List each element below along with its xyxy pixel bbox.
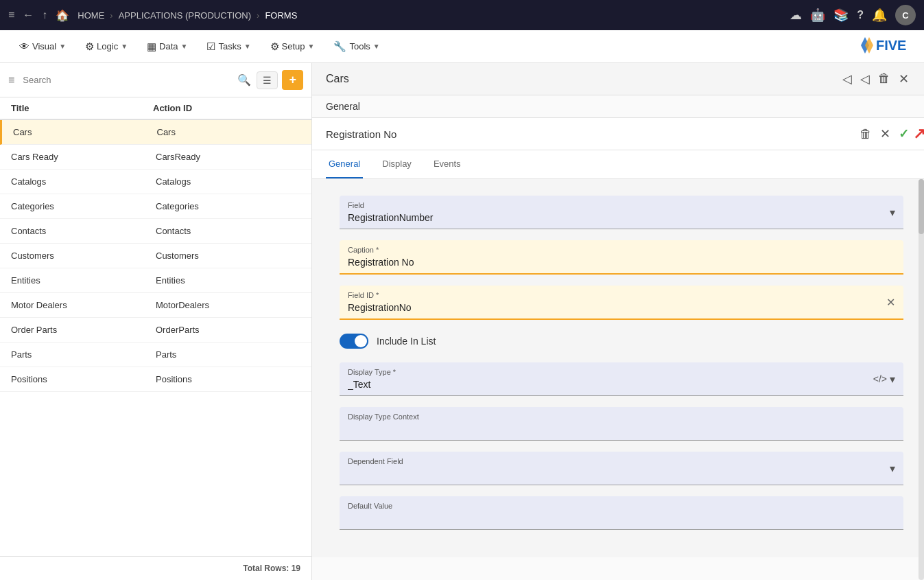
breadcrumb-app[interactable]: APPLICATIONS (PRODUCTION)	[119, 10, 251, 21]
table-row[interactable]: Parts Parts	[0, 343, 311, 367]
doc-button[interactable]: ☰	[257, 71, 278, 89]
field-value-input[interactable]	[348, 212, 468, 223]
visual-icon: 👁	[19, 40, 29, 52]
books-icon[interactable]: 📚	[833, 8, 849, 23]
display-type-value-input[interactable]	[348, 379, 468, 390]
field-display-type-context: Display Type Context	[340, 407, 903, 441]
table-row[interactable]: Entities Entities	[0, 268, 311, 293]
breadcrumb-home[interactable]: HOME	[78, 10, 104, 21]
sidebar: ≡ 🔍 ☰ + Title Action ID Cars Cars Cars R…	[0, 63, 312, 580]
dependent-field-label: Dependent Field	[348, 457, 890, 465]
nav-logic[interactable]: ⚙ Logic ▼	[77, 36, 136, 57]
nav-data[interactable]: ▦ Data ▼	[139, 36, 196, 57]
panel-forward-icon[interactable]: ◁	[859, 70, 871, 88]
display-type-context-value-input[interactable]	[348, 424, 468, 434]
display-type-dropdown-icon[interactable]: ▾	[890, 373, 895, 386]
default-value-label: Default Value	[348, 502, 895, 510]
up-icon[interactable]: ↑	[42, 9, 47, 21]
right-panel: Cars ◁ ◁ 🗑 ✕ Field General Registration …	[312, 63, 924, 580]
field-dropdown-icon[interactable]: ▾	[890, 206, 895, 219]
field-display-type: Display Type * </> ▾	[340, 362, 903, 396]
panel-scroll-wrap: Field ▾ Caption *	[312, 179, 924, 580]
include-in-list-label: Include In List	[377, 336, 436, 347]
row-action-id: MotorDealers	[156, 300, 300, 310]
nav-tasks[interactable]: ☑ Tasks ▼	[198, 36, 259, 57]
field-field-id: Field ID * ✕	[340, 286, 903, 320]
dependent-field-input-wrap: Dependent Field ▾	[340, 452, 903, 485]
row-title: Contacts	[11, 226, 156, 236]
robot-icon[interactable]: 🤖	[810, 8, 825, 23]
table-row[interactable]: Contacts Contacts	[0, 219, 311, 244]
add-button[interactable]: +	[282, 70, 303, 90]
top-nav-left: ≡ ← ↑ 🏠 HOME › APPLICATIONS (PRODUCTION)…	[8, 9, 779, 22]
panel-header-actions: ◁ ◁ 🗑 ✕	[841, 70, 910, 88]
row-action-id: OrderParts	[156, 325, 300, 335]
search-icon[interactable]: 🔍	[237, 73, 251, 86]
search-input[interactable]	[20, 72, 232, 88]
dependent-field-dropdown-icon[interactable]: ▾	[890, 462, 895, 475]
display-type-input-wrap: Display Type * </> ▾	[340, 362, 903, 396]
table-row[interactable]: Catalogs Catalogs	[0, 170, 311, 194]
tab-display[interactable]: Display	[379, 150, 414, 178]
general-section-label: Field General	[312, 95, 924, 118]
col-title-header: Title	[11, 103, 153, 113]
filter-icon[interactable]: ≡	[8, 74, 14, 86]
tabs-bar: General Display Events	[312, 150, 924, 179]
five-logo: FIVE	[858, 34, 913, 58]
avatar[interactable]: C	[895, 5, 916, 25]
data-dropdown-icon: ▼	[181, 43, 188, 50]
row-action-id: Parts	[156, 349, 300, 360]
nav-visual[interactable]: 👁 Visual ▼	[11, 36, 74, 56]
hamburger-icon[interactable]: ≡	[8, 9, 14, 21]
table-row[interactable]: Categories Categories	[0, 194, 311, 219]
scroll-thumb[interactable]	[919, 179, 924, 234]
logic-icon: ⚙	[85, 40, 94, 53]
code-icon[interactable]: </>	[873, 373, 887, 384]
table-row[interactable]: Customers Customers	[0, 244, 311, 268]
sidebar-action-buttons: ☰ +	[257, 70, 303, 90]
row-action-id: Categories	[156, 201, 300, 211]
sub-panel-actions: 🗑 ✕ ✓ ↗	[858, 125, 910, 143]
default-value-input[interactable]	[348, 513, 468, 524]
table-row[interactable]: Cars Ready CarsReady	[0, 145, 311, 170]
table-row[interactable]: Motor Dealers MotorDealers	[0, 293, 311, 318]
field-id-clear-icon[interactable]: ✕	[886, 296, 895, 309]
tools-dropdown-icon: ▼	[373, 43, 380, 50]
field-default-value: Default Value	[340, 496, 903, 530]
panel-back-icon[interactable]: ◁	[841, 70, 853, 88]
sub-panel-close-icon[interactable]: ✕	[879, 125, 892, 143]
svg-marker-1	[865, 37, 873, 54]
home-icon[interactable]: 🏠	[56, 9, 69, 22]
sub-panel-title: Registration No	[326, 128, 396, 140]
panel-delete-icon[interactable]: 🗑	[877, 70, 892, 88]
help-icon[interactable]: ?	[857, 9, 864, 21]
secondary-nav: 👁 Visual ▼ ⚙ Logic ▼ ▦ Data ▼ ☑ Tasks ▼ …	[0, 30, 924, 63]
sub-panel-delete-icon[interactable]: 🗑	[858, 126, 873, 143]
table-row[interactable]: Order Parts OrderParts	[0, 318, 311, 343]
panel-close-icon[interactable]: ✕	[897, 70, 910, 88]
breadcrumb-forms[interactable]: FORMS	[265, 10, 297, 21]
panel-title: Cars	[326, 73, 349, 85]
search-input-wrap	[20, 72, 232, 88]
back-icon[interactable]: ←	[23, 9, 34, 21]
caption-value-input[interactable]	[348, 257, 468, 268]
nav-tools[interactable]: 🔧 Tools ▼	[325, 36, 388, 57]
cloud-icon[interactable]: ☁	[790, 8, 802, 23]
sub-panel-check-icon[interactable]: ✓	[897, 125, 910, 143]
row-title: Entities	[11, 275, 156, 286]
dependent-field-value-input[interactable]	[348, 468, 468, 479]
table-row[interactable]: Positions Positions	[0, 367, 311, 392]
toggle-knob	[355, 335, 367, 347]
nav-setup[interactable]: ⚙ Setup ▼	[262, 36, 323, 57]
table-row[interactable]: Cars Cars	[0, 120, 311, 145]
bell-icon[interactable]: 🔔	[872, 8, 887, 23]
field-id-value-input[interactable]	[348, 302, 468, 313]
visual-dropdown-icon: ▼	[59, 43, 66, 50]
include-in-list-toggle[interactable]	[340, 334, 368, 349]
tab-events[interactable]: Events	[431, 150, 464, 178]
tab-general[interactable]: General	[326, 150, 363, 178]
field-label: Field	[348, 201, 890, 209]
display-type-label: Display Type *	[348, 368, 873, 376]
top-nav: ≡ ← ↑ 🏠 HOME › APPLICATIONS (PRODUCTION)…	[0, 0, 924, 30]
row-action-id: Cars	[157, 127, 301, 137]
